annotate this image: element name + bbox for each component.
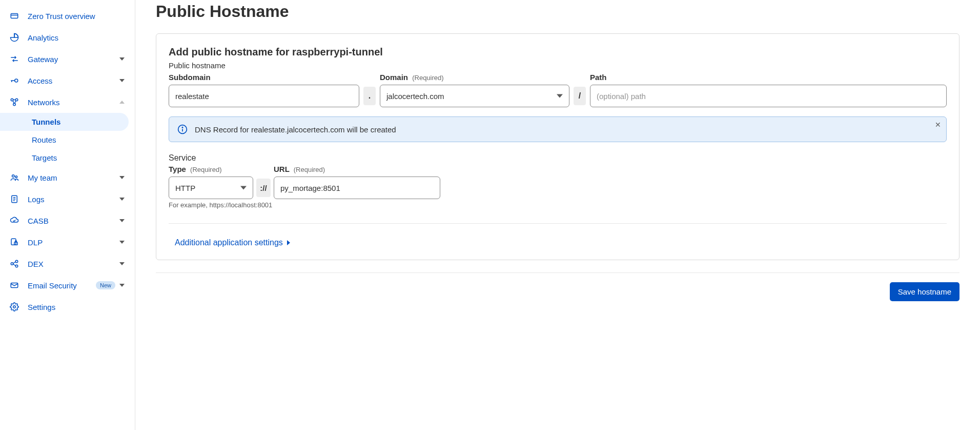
chevron-down-icon (119, 197, 126, 202)
email-icon (9, 280, 19, 290)
gateway-icon (9, 54, 19, 64)
dns-info-banner: DNS Record for realestate.jalcocertech.c… (169, 116, 947, 142)
info-icon (177, 124, 188, 134)
dns-info-text: DNS Record for realestate.jalcocertech.c… (195, 125, 396, 134)
chevron-down-icon (119, 56, 126, 62)
svg-point-17 (15, 176, 17, 178)
sidebar-item-logs[interactable]: Logs (0, 188, 135, 210)
svg-marker-37 (557, 94, 563, 97)
sidebar-item-targets[interactable]: Targets (0, 149, 135, 167)
chevron-down-icon (119, 240, 126, 245)
domain-select[interactable]: jalcocertech.com (380, 85, 569, 107)
domain-select-value: jalcocertech.com (386, 92, 444, 101)
sidebar: Zero Trust overview Analytics Gateway Ac… (0, 0, 135, 430)
separator-protocol: :// (256, 179, 271, 197)
sidebar-item-dex[interactable]: DEX (0, 253, 135, 275)
sidebar-item-overview[interactable]: Zero Trust overview (0, 5, 135, 27)
team-icon (9, 172, 19, 183)
svg-point-16 (12, 175, 15, 178)
sidebar-item-label: DEX (28, 260, 119, 268)
sidebar-item-settings[interactable]: Settings (0, 296, 135, 318)
sidebar-item-dlp[interactable]: DLP (0, 231, 135, 253)
chevron-right-icon (286, 238, 291, 247)
footer-actions: Save hostname (156, 282, 959, 301)
sidebar-item-analytics[interactable]: Analytics (0, 27, 135, 48)
domain-required-text: (Required) (412, 74, 443, 82)
sidebar-item-label: Tunnels (32, 118, 60, 126)
sidebar-item-myteam[interactable]: My team (0, 167, 135, 188)
svg-point-30 (15, 265, 18, 267)
sidebar-item-label: Access (28, 76, 119, 85)
separator-slash (574, 87, 586, 105)
svg-line-32 (13, 264, 16, 266)
additional-settings-label: Additional application settings (175, 238, 283, 247)
new-badge: New (96, 281, 115, 289)
sidebar-item-access[interactable]: Access (0, 70, 135, 91)
save-hostname-button[interactable]: Save hostname (890, 282, 959, 301)
svg-marker-8 (119, 79, 125, 82)
sidebar-item-routes[interactable]: Routes (0, 131, 135, 149)
svg-point-36 (13, 306, 16, 308)
sidebar-item-label: CASB (28, 217, 119, 225)
sidebar-item-tunnels[interactable]: Tunnels (0, 113, 129, 131)
svg-line-13 (15, 101, 16, 103)
networks-icon (9, 97, 19, 107)
panel-title: Add public hostname for raspberrypi-tunn… (169, 46, 947, 58)
svg-point-29 (15, 260, 18, 263)
path-input[interactable] (590, 85, 947, 107)
chevron-down-icon (240, 184, 247, 192)
service-section-label: Service (169, 153, 947, 163)
sidebar-item-label: Email Security (28, 281, 92, 290)
sidebar-item-casb[interactable]: CASB (0, 210, 135, 231)
chevron-down-icon (119, 175, 126, 180)
sidebar-item-label: Settings (28, 303, 126, 311)
svg-line-31 (13, 262, 16, 263)
chevron-down-icon (119, 218, 126, 223)
additional-settings-link[interactable]: Additional application settings (175, 238, 291, 247)
sidebar-item-label: Routes (32, 135, 56, 144)
url-label-text: URL (274, 165, 290, 173)
sidebar-item-networks[interactable]: Networks (0, 91, 135, 113)
url-label: URL (Required) (274, 165, 440, 173)
svg-marker-15 (119, 101, 125, 104)
chevron-down-icon (119, 283, 126, 288)
subdomain-input[interactable] (169, 85, 359, 107)
domain-label: Domain (Required) (380, 73, 569, 82)
chevron-down-icon (119, 261, 126, 266)
dex-icon (9, 259, 19, 269)
svg-marker-27 (119, 241, 125, 244)
type-select[interactable]: HTTP (169, 177, 253, 199)
sidebar-item-label: My team (28, 173, 119, 182)
dlp-icon (9, 237, 19, 247)
panel-subtitle: Public hostname (169, 61, 947, 70)
close-icon[interactable]: ✕ (935, 121, 941, 128)
sidebar-item-label: Analytics (28, 33, 126, 42)
svg-point-11 (13, 103, 16, 106)
footer-divider (156, 272, 959, 273)
sidebar-subitems-networks: Tunnels Routes Targets (0, 113, 135, 167)
access-icon (9, 75, 19, 86)
type-label: Type (Required) (169, 165, 253, 173)
svg-marker-24 (119, 219, 125, 222)
chevron-down-icon (557, 92, 563, 101)
type-label-text: Type (169, 165, 186, 173)
sidebar-item-gateway[interactable]: Gateway (0, 48, 135, 70)
url-hint: For example, https://localhost:8001 (169, 201, 947, 209)
svg-marker-41 (240, 186, 247, 189)
sidebar-item-label: Gateway (28, 55, 119, 64)
svg-marker-42 (287, 240, 290, 245)
svg-point-40 (182, 127, 182, 128)
casb-icon (9, 216, 19, 226)
subdomain-label: Subdomain (169, 73, 359, 82)
sidebar-item-emailsecurity[interactable]: Email Security New (0, 275, 135, 296)
url-input[interactable] (274, 177, 440, 199)
svg-line-12 (13, 101, 14, 103)
sidebar-item-label: Zero Trust overview (28, 12, 126, 21)
sidebar-item-label: DLP (28, 238, 119, 247)
main-content: Public Hostname Add public hostname for … (135, 0, 980, 430)
sidebar-item-label: Networks (28, 98, 119, 107)
url-required-text: (Required) (294, 166, 325, 173)
svg-point-5 (15, 79, 18, 82)
svg-marker-33 (119, 262, 125, 265)
svg-marker-18 (119, 176, 125, 179)
